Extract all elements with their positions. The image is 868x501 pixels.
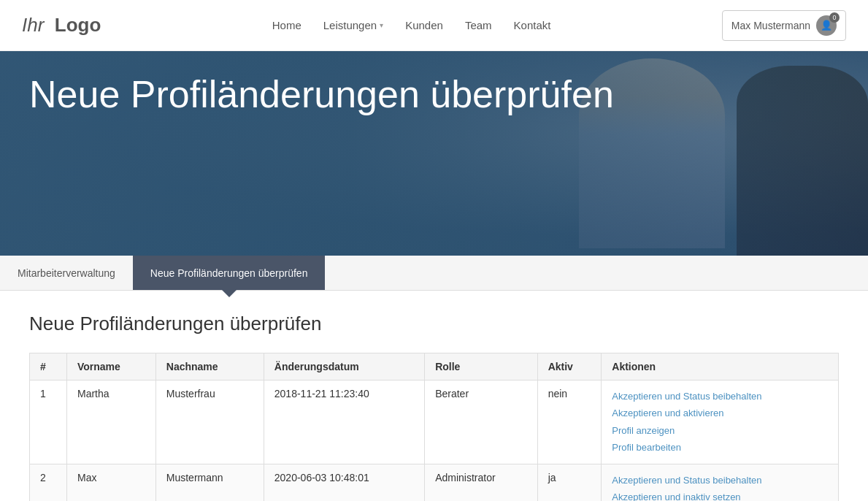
col-header-aktiv: Aktiv [537,353,602,380]
table-row: 1MarthaMusterfrau2018-11-21 11:23:40Bera… [30,380,839,464]
chevron-down-icon: ▾ [380,21,383,29]
logo[interactable]: Ihr Logo [22,14,101,37]
cell-id: 1 [30,380,67,464]
cell-aktiv: nein [537,380,602,464]
breadcrumb-neue-profilaenderungen[interactable]: Neue Profiländerungen überprüfen [133,256,326,290]
col-header-aenderungsdatum: Änderungsdatum [264,353,424,380]
nav-link-team[interactable]: Team [465,19,492,31]
cell-rolle: Administrator [425,464,537,501]
action-link-0-1[interactable]: Akzeptieren und aktivieren [612,405,828,421]
hero-text: Neue Profiländerungen überprüfen [29,73,614,117]
nav-link-home[interactable]: Home [272,19,302,31]
col-header-rolle: Rolle [425,353,537,380]
col-header-id: # [30,353,67,380]
action-link-1-0[interactable]: Akzeptieren und Status beibehalten [612,472,828,489]
cell-rolle: Berater [425,380,537,464]
navbar: Ihr Logo Home Leistungen ▾ Kunden Team K… [0,0,868,51]
table-head: # Vorname Nachname Änderungsdatum Rolle … [30,353,839,380]
logo-main: Logo [55,14,101,36]
breadcrumb-mitarbeiterverwaltung-label: Mitarbeiterverwaltung [18,267,115,279]
logo-prefix: Ihr [22,14,44,36]
breadcrumb-bar: Mitarbeiterverwaltung Neue Profiländerun… [0,256,868,291]
nav-link-leistungen: Leistungen [323,19,377,31]
nav-link-kunden[interactable]: Kunden [405,19,443,31]
breadcrumb-mitarbeiterverwaltung[interactable]: Mitarbeiterverwaltung [0,256,133,290]
nav-item-kontakt[interactable]: Kontakt [514,19,551,31]
cell-vorname: Max [66,464,155,501]
user-name: Max Mustermann [731,20,810,31]
hero-section: Neue Profiländerungen überprüfen [0,51,868,256]
nav-link-kontakt[interactable]: Kontakt [514,19,551,31]
cell-vorname: Martha [66,380,155,464]
cell-nachname: Musterfrau [155,380,264,464]
nav-item-kunden[interactable]: Kunden [405,19,443,31]
table-row: 2MaxMustermann2020-06-03 10:48:01Adminis… [30,464,839,501]
cell-aenderungsdatum: 2020-06-03 10:48:01 [264,464,424,501]
action-link-0-3[interactable]: Profil bearbeiten [612,439,828,456]
action-link-1-1[interactable]: Akzeptieren und inaktiv setzen [612,489,828,501]
col-header-aktionen: Aktionen [602,353,839,380]
nav-item-leistungen[interactable]: Leistungen ▾ [323,19,383,31]
table-header-row: # Vorname Nachname Änderungsdatum Rolle … [30,353,839,380]
avatar: 👤 0 [816,15,837,36]
col-header-nachname: Nachname [155,353,264,380]
hero-title: Neue Profiländerungen überprüfen [29,73,614,117]
action-link-0-2[interactable]: Profil anzeigen [612,422,828,439]
cell-aktionen: Akzeptieren und Status beibehaltenAkzept… [602,380,839,464]
cell-aktiv: ja [537,464,602,501]
nav-item-home[interactable]: Home [272,19,302,31]
breadcrumb-active-label: Neue Profiländerungen überprüfen [150,267,308,279]
cell-aenderungsdatum: 2018-11-21 11:23:40 [264,380,424,464]
cell-aktionen: Akzeptieren und Status beibehaltenAkzept… [602,464,839,501]
cell-nachname: Mustermann [155,464,264,501]
table-body: 1MarthaMusterfrau2018-11-21 11:23:40Bera… [30,380,839,502]
main-content: Neue Profiländerungen überprüfen # Vorna… [0,291,868,501]
notification-badge: 0 [829,12,840,23]
changes-table: # Vorname Nachname Änderungsdatum Rolle … [29,353,839,501]
page-title: Neue Profiländerungen überprüfen [29,313,839,335]
col-header-vorname: Vorname [66,353,155,380]
action-link-0-0[interactable]: Akzeptieren und Status beibehalten [612,388,828,405]
cell-id: 2 [30,464,67,501]
user-menu[interactable]: Max Mustermann 👤 0 [722,10,846,41]
nav-links: Home Leistungen ▾ Kunden Team Kontakt [272,19,551,31]
nav-item-team[interactable]: Team [465,19,492,31]
